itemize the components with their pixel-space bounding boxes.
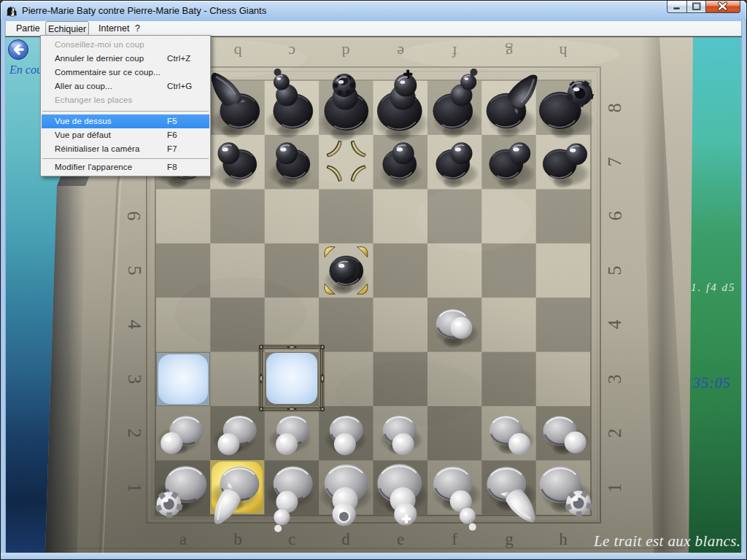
svg-text:d: d xyxy=(341,530,350,548)
svg-text:Le trait est aux blancs.: Le trait est aux blancs. xyxy=(593,532,741,550)
svg-text:h: h xyxy=(560,43,568,61)
svg-text:1: 1 xyxy=(124,483,145,493)
svg-text:f: f xyxy=(452,43,457,61)
svg-text:8: 8 xyxy=(604,104,625,113)
svg-text:1: 1 xyxy=(604,483,625,493)
svg-text:35:05: 35:05 xyxy=(692,375,731,391)
svg-text:g: g xyxy=(505,530,514,548)
svg-text:3: 3 xyxy=(604,375,625,384)
svg-text:e: e xyxy=(397,530,404,548)
svg-text:g: g xyxy=(506,43,514,61)
svg-text:2: 2 xyxy=(604,429,625,438)
svg-text:c: c xyxy=(288,43,295,61)
svg-text:En cou: En cou xyxy=(9,63,42,76)
svg-text:6: 6 xyxy=(605,211,626,221)
svg-text:2: 2 xyxy=(124,429,145,438)
svg-text:5: 5 xyxy=(124,266,145,276)
svg-text:5: 5 xyxy=(604,266,625,276)
svg-text:a: a xyxy=(179,530,187,548)
svg-text:4: 4 xyxy=(124,320,145,330)
svg-text:c: c xyxy=(288,530,295,548)
svg-text:f: f xyxy=(452,530,457,548)
svg-text:7: 7 xyxy=(604,158,625,167)
svg-text:4: 4 xyxy=(604,320,625,330)
svg-text:h: h xyxy=(559,530,568,548)
svg-text:d: d xyxy=(342,43,350,61)
svg-text:b: b xyxy=(234,43,242,61)
svg-text:b: b xyxy=(233,530,242,548)
svg-text:e: e xyxy=(397,43,404,61)
svg-text:3: 3 xyxy=(124,375,145,384)
svg-text:1. f4 d5: 1. f4 d5 xyxy=(691,281,735,293)
svg-text:6: 6 xyxy=(123,211,144,221)
